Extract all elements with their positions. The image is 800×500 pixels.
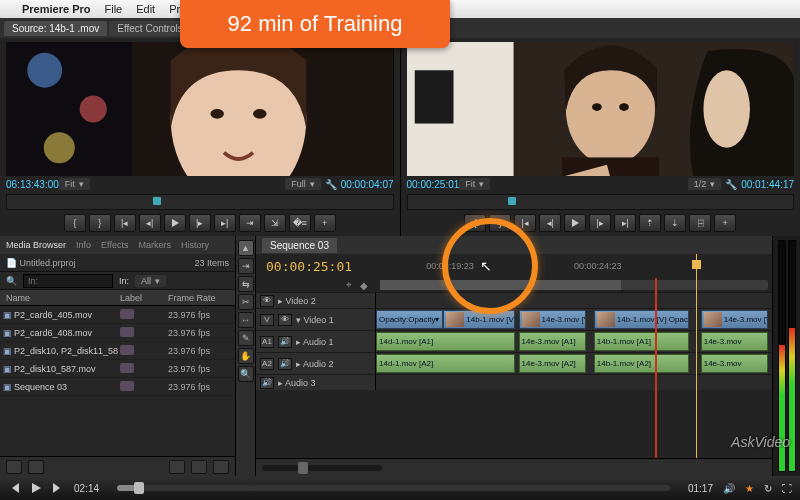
mark-in-button[interactable]: { (64, 214, 86, 232)
zoom-slider[interactable] (262, 465, 382, 471)
program-ruler[interactable] (407, 194, 795, 210)
step-fwd-button[interactable]: |▸ (189, 214, 211, 232)
video-clip[interactable]: 14b-1.mov [V] city▾ (443, 310, 514, 329)
playhead[interactable] (696, 254, 697, 458)
a1-target-toggle[interactable]: A1 (260, 336, 274, 348)
audio-clip[interactable]: 14e-3.mov [A2] (519, 354, 586, 373)
volume-icon[interactable]: 🔊 (723, 483, 735, 494)
col-framerate[interactable]: Frame Rate (168, 293, 235, 303)
ripple-edit-tool[interactable]: ⇆ (238, 276, 254, 292)
timeline-timecode[interactable]: 00:00:25:01 (256, 259, 376, 274)
prog-mark-out-button[interactable]: } (489, 214, 511, 232)
col-name[interactable]: Name (0, 293, 120, 303)
selection-tool[interactable]: ▲ (238, 240, 254, 256)
razor-tool[interactable]: ✂ (238, 294, 254, 310)
prog-lift-button[interactable]: ⇡ (639, 214, 661, 232)
search-icon[interactable]: 🔍 (6, 276, 17, 286)
in-filter-dropdown[interactable]: All ▾ (135, 275, 166, 287)
timeline-scrub-bar[interactable] (380, 280, 768, 290)
overwrite-button[interactable]: ⇲ (264, 214, 286, 232)
tab-markers[interactable]: Markers (138, 240, 171, 250)
project-item[interactable]: ▣P2_card6_405.mov23.976 fps (0, 306, 235, 324)
prog-export-frame-button[interactable]: ⍈ (689, 214, 711, 232)
video-clip[interactable]: 14e-3.mov [V] Op▾ (519, 310, 586, 329)
source-ruler[interactable] (6, 194, 394, 210)
play-button[interactable] (164, 214, 186, 232)
track-a1-lane[interactable]: 14d-1.mov [A1]14e-3.mov [A1]14b-1.mov [A… (376, 331, 772, 352)
icon-view-button[interactable] (28, 460, 44, 474)
program-res-dropdown[interactable]: 1/2 ▾ (688, 178, 722, 190)
audio-clip[interactable]: 14b-1.mov [A2] (594, 354, 689, 373)
track-v2-lane[interactable] (376, 293, 772, 308)
tab-info[interactable]: Info (76, 240, 91, 250)
project-search-input[interactable] (23, 274, 113, 288)
go-out-button[interactable]: ▸| (214, 214, 236, 232)
audio-clip[interactable]: 14b-1.mov [A1] (594, 332, 689, 351)
mark-out-button[interactable]: } (89, 214, 111, 232)
hand-tool[interactable]: ✋ (238, 348, 254, 364)
prog-mark-in-button[interactable]: { (464, 214, 486, 232)
tab-effect-controls[interactable]: Effect Controls (109, 21, 190, 36)
prog-go-out-button[interactable]: ▸| (614, 214, 636, 232)
source-preview[interactable] (6, 42, 394, 176)
a1-mute-toggle[interactable]: 🔊 (278, 336, 292, 348)
v-target-toggle[interactable]: V (260, 314, 274, 326)
wrench-icon[interactable]: 🔧 (725, 179, 737, 190)
audio-clip[interactable]: 14d-1.mov [A1] (376, 332, 515, 351)
project-item[interactable]: ▣P2_disk10, P2_disk11_5823.976 fps (0, 342, 235, 360)
insert-button[interactable]: ⇥ (239, 214, 261, 232)
step-back-button[interactable]: ◂| (139, 214, 161, 232)
menubar-file[interactable]: File (104, 3, 122, 15)
program-preview[interactable] (407, 42, 795, 176)
export-frame-button[interactable]: �≡ (289, 214, 311, 232)
audio-clip[interactable]: 14d-1.mov [A2] (376, 354, 515, 373)
player-play-button[interactable] (30, 482, 42, 494)
fullscreen-icon[interactable]: ⛶ (782, 483, 792, 494)
audio-clip[interactable]: 14e-3.mov [A1] (519, 332, 586, 351)
track-select-tool[interactable]: ⇥ (238, 258, 254, 274)
player-progress[interactable] (117, 485, 670, 491)
tab-history[interactable]: History (181, 240, 209, 250)
loop-icon[interactable]: ↻ (764, 483, 772, 494)
source-in-timecode[interactable]: 06:13:43:00 (6, 179, 59, 190)
delete-button[interactable] (213, 460, 229, 474)
tab-effects[interactable]: Effects (101, 240, 128, 250)
source-res-dropdown[interactable]: Full ▾ (285, 178, 321, 190)
go-in-button[interactable]: |◂ (114, 214, 136, 232)
program-current-timecode[interactable]: 00:00:25:01 (407, 179, 460, 190)
project-item-list[interactable]: ▣P2_card6_405.mov23.976 fps▣P2_card6_408… (0, 306, 235, 456)
prog-extract-button[interactable]: ⇣ (664, 214, 686, 232)
tab-sequence[interactable]: Sequence 03 (262, 238, 337, 253)
col-label[interactable]: Label (120, 293, 168, 303)
star-icon[interactable]: ★ (745, 483, 754, 494)
marker-icon[interactable]: ◆ (360, 280, 368, 291)
a3-mute-toggle[interactable]: 🔊 (260, 377, 274, 389)
player-next-button[interactable] (52, 482, 64, 494)
project-item[interactable]: ▣Sequence 0323.976 fps (0, 378, 235, 396)
zoom-tool[interactable]: 🔍 (238, 366, 254, 382)
project-item[interactable]: ▣P2_card6_408.mov23.976 fps (0, 324, 235, 342)
snap-icon[interactable]: ⌖ (346, 279, 352, 291)
tab-media-browser[interactable]: Media Browser (6, 240, 66, 250)
wrench-icon[interactable]: 🔧 (325, 179, 337, 190)
prog-add-button[interactable]: + (714, 214, 736, 232)
video-clip[interactable]: Opacity:Opacity▾ (376, 310, 443, 329)
video-clip[interactable]: 14e-3.mov [V] (701, 310, 768, 329)
menubar-edit[interactable]: Edit (136, 3, 155, 15)
pen-tool[interactable]: ✎ (238, 330, 254, 346)
a2-mute-toggle[interactable]: 🔊 (278, 358, 292, 370)
video-clip[interactable]: 14b-1.mov [V] Opacity:Opacity▾ (594, 310, 689, 329)
tab-source-clip[interactable]: Source: 14b-1 .mov (4, 21, 107, 36)
player-prev-button[interactable] (8, 482, 20, 494)
list-view-button[interactable] (6, 460, 22, 474)
v1-eye-toggle[interactable]: 👁 (278, 314, 292, 326)
track-a2-lane[interactable]: 14d-1.mov [A2]14e-3.mov [A2]14b-1.mov [A… (376, 353, 772, 374)
transport-add-button[interactable]: + (314, 214, 336, 232)
prog-step-back-button[interactable]: ◂| (539, 214, 561, 232)
program-fit-dropdown[interactable]: Fit ▾ (459, 178, 490, 190)
audio-clip[interactable]: 14e-3.mov (701, 354, 768, 373)
prog-play-button[interactable] (564, 214, 586, 232)
v2-eye-toggle[interactable]: 👁 (260, 295, 274, 307)
audio-clip[interactable]: 14e-3.mov (701, 332, 768, 351)
a2-target-toggle[interactable]: A2 (260, 358, 274, 370)
